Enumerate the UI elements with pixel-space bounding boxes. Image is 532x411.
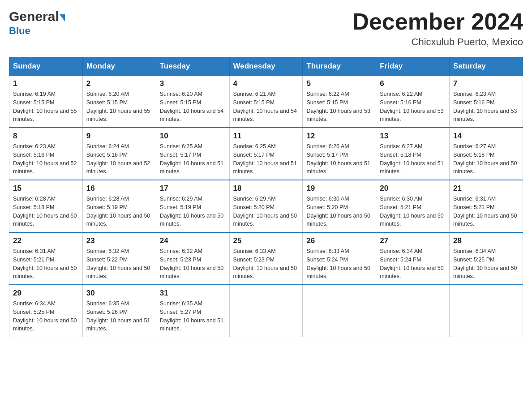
day-number: 8 xyxy=(13,132,79,141)
calendar-day-cell: 18Sunrise: 6:29 AMSunset: 5:20 PMDayligh… xyxy=(229,180,303,232)
day-info: Sunrise: 6:23 AMSunset: 5:16 PMDaylight:… xyxy=(13,142,79,176)
day-number: 3 xyxy=(160,79,226,88)
calendar-day-cell: 29Sunrise: 6:34 AMSunset: 5:25 PMDayligh… xyxy=(9,285,83,337)
day-number: 14 xyxy=(453,132,519,141)
calendar-day-cell xyxy=(450,285,523,337)
day-info: Sunrise: 6:32 AMSunset: 5:23 PMDaylight:… xyxy=(160,247,226,281)
day-number: 11 xyxy=(233,132,299,141)
day-number: 29 xyxy=(13,289,79,298)
calendar-header-wednesday: Wednesday xyxy=(229,57,303,76)
calendar-day-cell: 28Sunrise: 6:34 AMSunset: 5:25 PMDayligh… xyxy=(450,232,523,285)
calendar-day-cell: 11Sunrise: 6:25 AMSunset: 5:17 PMDayligh… xyxy=(229,128,303,180)
calendar-header-row: SundayMondayTuesdayWednesdayThursdayFrid… xyxy=(9,57,523,76)
calendar-day-cell: 9Sunrise: 6:24 AMSunset: 5:16 PMDaylight… xyxy=(82,128,156,180)
day-number: 17 xyxy=(160,184,226,193)
calendar-week-row: 22Sunrise: 6:31 AMSunset: 5:21 PMDayligh… xyxy=(9,232,523,285)
day-number: 23 xyxy=(86,236,152,245)
calendar-day-cell xyxy=(303,285,376,337)
calendar-table: SundayMondayTuesdayWednesdayThursdayFrid… xyxy=(9,57,523,337)
calendar-day-cell: 23Sunrise: 6:32 AMSunset: 5:22 PMDayligh… xyxy=(82,232,156,285)
day-info: Sunrise: 6:34 AMSunset: 5:24 PMDaylight:… xyxy=(380,247,446,281)
calendar-day-cell: 1Sunrise: 6:19 AMSunset: 5:15 PMDaylight… xyxy=(9,76,83,128)
day-info: Sunrise: 6:30 AMSunset: 5:20 PMDaylight:… xyxy=(306,195,372,228)
day-info: Sunrise: 6:35 AMSunset: 5:26 PMDaylight:… xyxy=(86,300,152,333)
calendar-header-sunday: Sunday xyxy=(9,57,83,76)
calendar-header-saturday: Saturday xyxy=(450,57,523,76)
day-number: 6 xyxy=(380,79,446,88)
calendar-day-cell: 7Sunrise: 6:23 AMSunset: 5:16 PMDaylight… xyxy=(450,76,523,128)
day-number: 4 xyxy=(233,79,299,88)
calendar-week-row: 29Sunrise: 6:34 AMSunset: 5:25 PMDayligh… xyxy=(9,285,523,337)
title-section: December 2024 Chicxulub Puerto, Mexico xyxy=(352,9,523,48)
day-number: 28 xyxy=(453,236,519,245)
location-text: Chicxulub Puerto, Mexico xyxy=(352,36,523,48)
day-number: 20 xyxy=(380,184,446,193)
day-info: Sunrise: 6:22 AMSunset: 5:15 PMDaylight:… xyxy=(306,90,372,124)
day-info: Sunrise: 6:30 AMSunset: 5:21 PMDaylight:… xyxy=(380,195,446,228)
day-number: 9 xyxy=(86,132,152,141)
logo-blue-text: Blue xyxy=(9,25,30,37)
logo: General Blue xyxy=(9,9,65,37)
day-info: Sunrise: 6:25 AMSunset: 5:17 PMDaylight:… xyxy=(160,142,226,176)
calendar-week-row: 8Sunrise: 6:23 AMSunset: 5:16 PMDaylight… xyxy=(9,128,523,180)
calendar-day-cell: 15Sunrise: 6:28 AMSunset: 5:18 PMDayligh… xyxy=(9,180,83,232)
page-header: General Blue December 2024 Chicxulub Pue… xyxy=(9,9,523,48)
calendar-day-cell xyxy=(229,285,303,337)
calendar-day-cell: 21Sunrise: 6:31 AMSunset: 5:21 PMDayligh… xyxy=(450,180,523,232)
day-info: Sunrise: 6:23 AMSunset: 5:16 PMDaylight:… xyxy=(453,90,519,124)
day-number: 30 xyxy=(86,289,152,298)
logo-general-text: General xyxy=(9,9,59,24)
calendar-day-cell: 4Sunrise: 6:21 AMSunset: 5:15 PMDaylight… xyxy=(229,76,303,128)
day-info: Sunrise: 6:34 AMSunset: 5:25 PMDaylight:… xyxy=(13,300,79,333)
day-info: Sunrise: 6:28 AMSunset: 5:18 PMDaylight:… xyxy=(13,195,79,228)
calendar-day-cell: 24Sunrise: 6:32 AMSunset: 5:23 PMDayligh… xyxy=(156,232,229,285)
day-info: Sunrise: 6:31 AMSunset: 5:21 PMDaylight:… xyxy=(453,195,519,228)
day-number: 5 xyxy=(306,79,372,88)
calendar-day-cell: 13Sunrise: 6:27 AMSunset: 5:18 PMDayligh… xyxy=(376,128,450,180)
calendar-day-cell: 5Sunrise: 6:22 AMSunset: 5:15 PMDaylight… xyxy=(303,76,376,128)
day-number: 12 xyxy=(306,132,372,141)
calendar-header-friday: Friday xyxy=(376,57,450,76)
calendar-day-cell: 27Sunrise: 6:34 AMSunset: 5:24 PMDayligh… xyxy=(376,232,450,285)
calendar-day-cell: 26Sunrise: 6:33 AMSunset: 5:24 PMDayligh… xyxy=(303,232,376,285)
day-info: Sunrise: 6:28 AMSunset: 5:19 PMDaylight:… xyxy=(86,195,152,228)
day-info: Sunrise: 6:33 AMSunset: 5:23 PMDaylight:… xyxy=(233,247,299,281)
calendar-header-monday: Monday xyxy=(82,57,156,76)
calendar-day-cell: 22Sunrise: 6:31 AMSunset: 5:21 PMDayligh… xyxy=(9,232,83,285)
day-number: 27 xyxy=(380,236,446,245)
calendar-day-cell: 3Sunrise: 6:20 AMSunset: 5:15 PMDaylight… xyxy=(156,76,229,128)
calendar-day-cell: 30Sunrise: 6:35 AMSunset: 5:26 PMDayligh… xyxy=(82,285,156,337)
day-number: 7 xyxy=(453,79,519,88)
day-info: Sunrise: 6:20 AMSunset: 5:15 PMDaylight:… xyxy=(160,90,226,124)
day-info: Sunrise: 6:25 AMSunset: 5:17 PMDaylight:… xyxy=(233,142,299,176)
calendar-day-cell: 2Sunrise: 6:20 AMSunset: 5:15 PMDaylight… xyxy=(82,76,156,128)
day-info: Sunrise: 6:20 AMSunset: 5:15 PMDaylight:… xyxy=(86,90,152,124)
calendar-week-row: 15Sunrise: 6:28 AMSunset: 5:18 PMDayligh… xyxy=(9,180,523,232)
calendar-day-cell: 25Sunrise: 6:33 AMSunset: 5:23 PMDayligh… xyxy=(229,232,303,285)
day-number: 1 xyxy=(13,79,79,88)
calendar-day-cell: 10Sunrise: 6:25 AMSunset: 5:17 PMDayligh… xyxy=(156,128,229,180)
month-title: December 2024 xyxy=(352,9,523,34)
day-info: Sunrise: 6:32 AMSunset: 5:22 PMDaylight:… xyxy=(86,247,152,281)
day-info: Sunrise: 6:29 AMSunset: 5:20 PMDaylight:… xyxy=(233,195,299,228)
logo-triangle-icon xyxy=(60,14,65,21)
calendar-day-cell: 12Sunrise: 6:26 AMSunset: 5:17 PMDayligh… xyxy=(303,128,376,180)
calendar-week-row: 1Sunrise: 6:19 AMSunset: 5:15 PMDaylight… xyxy=(9,76,523,128)
day-number: 19 xyxy=(306,184,372,193)
calendar-day-cell: 17Sunrise: 6:29 AMSunset: 5:19 PMDayligh… xyxy=(156,180,229,232)
day-info: Sunrise: 6:21 AMSunset: 5:15 PMDaylight:… xyxy=(233,90,299,124)
day-number: 13 xyxy=(380,132,446,141)
day-info: Sunrise: 6:34 AMSunset: 5:25 PMDaylight:… xyxy=(453,247,519,281)
day-info: Sunrise: 6:27 AMSunset: 5:18 PMDaylight:… xyxy=(380,142,446,176)
calendar-day-cell: 8Sunrise: 6:23 AMSunset: 5:16 PMDaylight… xyxy=(9,128,83,180)
day-info: Sunrise: 6:26 AMSunset: 5:17 PMDaylight:… xyxy=(306,142,372,176)
calendar-day-cell: 14Sunrise: 6:27 AMSunset: 5:18 PMDayligh… xyxy=(450,128,523,180)
calendar-day-cell: 6Sunrise: 6:22 AMSunset: 5:16 PMDaylight… xyxy=(376,76,450,128)
day-info: Sunrise: 6:35 AMSunset: 5:27 PMDaylight:… xyxy=(160,300,226,333)
day-number: 25 xyxy=(233,236,299,245)
day-number: 18 xyxy=(233,184,299,193)
day-info: Sunrise: 6:33 AMSunset: 5:24 PMDaylight:… xyxy=(306,247,372,281)
day-info: Sunrise: 6:24 AMSunset: 5:16 PMDaylight:… xyxy=(86,142,152,176)
day-number: 16 xyxy=(86,184,152,193)
day-number: 26 xyxy=(306,236,372,245)
